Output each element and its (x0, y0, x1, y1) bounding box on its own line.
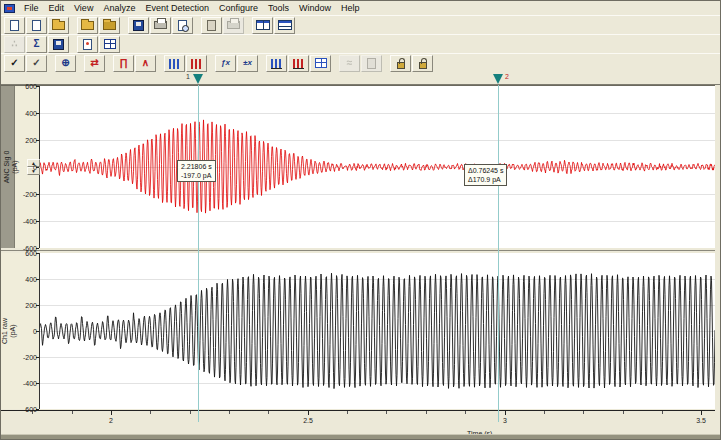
y-tick-mark (36, 409, 39, 410)
x-minor-tick (229, 411, 230, 414)
menu-tools[interactable]: Tools (263, 2, 294, 14)
bottom-y-axis-line (39, 253, 40, 409)
y-tick-label: -400 (17, 218, 37, 225)
histogram-blue-icon (169, 59, 180, 69)
cursor1-amplitude-value: -197.0 pA (181, 171, 212, 180)
notebook-button[interactable] (77, 36, 98, 53)
menu-file[interactable]: File (19, 2, 44, 14)
x-minor-tick (544, 411, 545, 414)
import-file-button[interactable] (77, 17, 98, 34)
x-tick-label: 3 (493, 417, 517, 424)
transfer-icon (367, 58, 376, 69)
event-marks-red-button[interactable] (288, 55, 309, 72)
notebook-icon (83, 39, 92, 50)
overlay-windows-icon (315, 58, 327, 68)
zoom-button[interactable]: ⊕ (55, 55, 76, 72)
lock-y-axes-button[interactable] (412, 55, 433, 72)
y-tick-label: -400 (17, 380, 37, 387)
open-folder-button[interactable] (48, 17, 69, 34)
x-minor-tick (268, 411, 269, 414)
menu-event-detection[interactable]: Event Detection (140, 2, 214, 14)
analysis-window-icon: ∴ (11, 39, 17, 49)
y-tick-label: -600 (17, 406, 37, 413)
import-file-icon (81, 21, 94, 30)
tile-horizontal-button[interactable] (274, 17, 295, 34)
x-minor-tick (426, 411, 427, 414)
histogram-red-icon (191, 59, 202, 69)
menu-help[interactable]: Help (336, 2, 365, 14)
close-data-window-button[interactable] (26, 17, 47, 34)
y-tick-mark (36, 331, 39, 332)
overlay-windows-button[interactable] (310, 55, 331, 72)
y-tick-mark (36, 253, 39, 254)
y-tick-mark (36, 113, 39, 114)
peak-detect-button[interactable]: ∧ (135, 55, 156, 72)
sheet-window-button[interactable] (99, 36, 120, 53)
x-minor-tick (150, 411, 151, 414)
window-bottom-edge (1, 434, 721, 440)
transfer-button[interactable] (361, 55, 382, 72)
results-window-button[interactable]: Σ (26, 36, 47, 53)
open-data-window-button[interactable] (4, 17, 25, 34)
print-preview-button[interactable] (172, 17, 193, 34)
cursor-1-line[interactable] (198, 85, 199, 422)
top-waveform-trace (39, 86, 715, 248)
y-tick-mark (36, 305, 39, 306)
y-tick-label: 600 (17, 250, 37, 257)
stats-button[interactable]: ±x (237, 55, 258, 72)
accept-edit-button[interactable]: ✓ (26, 55, 47, 72)
baseline-tool-button[interactable]: ∏ (113, 55, 134, 72)
autoscale-button[interactable]: ⇄ (84, 55, 105, 72)
open-data-window-icon (10, 20, 19, 31)
print-preview-icon (178, 20, 187, 31)
y-tick-label: 400 (17, 110, 37, 117)
app-icon[interactable] (4, 4, 15, 13)
analysis-window-button[interactable]: ∴ (4, 36, 25, 53)
delta-time-value: Δ0.76245 s (468, 166, 503, 175)
accept-button[interactable]: ✓ (4, 55, 25, 72)
graph-export-icon: ≈ (347, 58, 353, 68)
menu-configure[interactable]: Configure (214, 2, 263, 14)
lock-y-axes-icon (419, 62, 427, 69)
function-button[interactable]: ƒx (215, 55, 236, 72)
toolbar-windows: ∴Σ (1, 34, 720, 53)
cursor1-annotation-box[interactable]: 2.21806 s -197.0 pA (177, 160, 216, 182)
tile-vertical-icon (256, 20, 270, 30)
menu-view[interactable]: View (69, 2, 98, 14)
menu-window[interactable]: Window (294, 2, 336, 14)
results-window-icon: Σ (33, 39, 39, 49)
top-plot-area[interactable] (39, 86, 715, 248)
cursor-2-handle[interactable] (493, 74, 503, 84)
histogram-blue-button[interactable] (164, 55, 185, 72)
menu-edit[interactable]: Edit (44, 2, 70, 14)
cursor-1-handle[interactable] (193, 74, 203, 84)
x-minor-tick (72, 411, 73, 414)
save-button[interactable] (128, 17, 149, 34)
layout-window-button[interactable] (48, 36, 69, 53)
y-tick-mark (36, 383, 39, 384)
bottom-plot-area[interactable] (39, 253, 715, 409)
x-major-tick (701, 411, 702, 415)
lock-x-axes-button[interactable] (390, 55, 411, 72)
cursor-delta-annotation-box[interactable]: Δ0.76245 s Δ170.9 pA (464, 164, 507, 186)
file-browser-button[interactable] (99, 17, 120, 34)
y-tick-mark (36, 357, 39, 358)
lock-x-axes-icon (397, 62, 405, 69)
print-button[interactable] (150, 17, 171, 34)
panel-divider[interactable] (1, 250, 721, 251)
x-tick-label: 2.5 (296, 417, 320, 424)
event-marks-blue-button[interactable] (266, 55, 287, 72)
autoscale-icon: ⇄ (90, 58, 98, 68)
tile-vertical-button[interactable] (252, 17, 273, 34)
histogram-red-button[interactable] (186, 55, 207, 72)
clipboard-button[interactable] (201, 17, 222, 34)
bottom-signal-units: (pA) (9, 324, 17, 337)
export-button[interactable] (223, 17, 244, 34)
x-major-tick (505, 411, 506, 415)
close-data-window-icon (32, 20, 41, 31)
open-folder-icon (52, 21, 65, 30)
y-tick-label: 600 (17, 83, 37, 90)
menu-analyze[interactable]: Analyze (98, 2, 140, 14)
cursor-2-line[interactable] (498, 85, 499, 422)
graph-export-button[interactable]: ≈ (339, 55, 360, 72)
